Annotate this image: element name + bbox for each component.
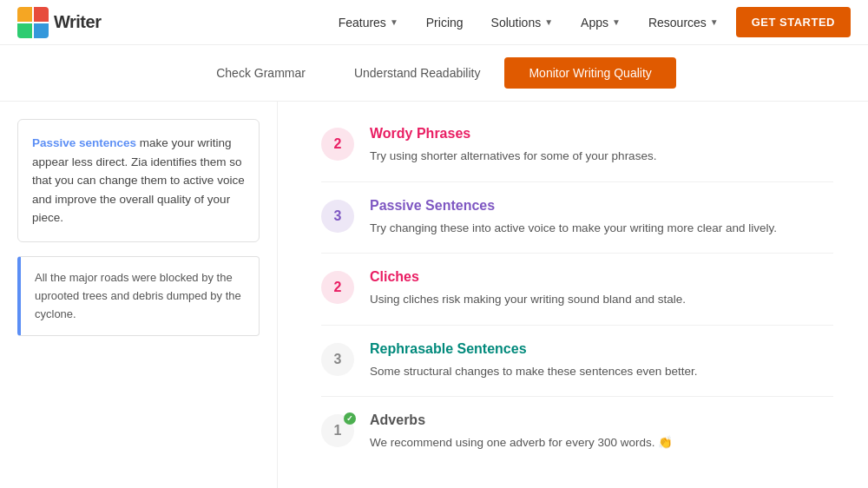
checkmark-icon: ✓: [344, 412, 356, 425]
list-item: 1 ✓ Adverbs We recommend using one adver…: [321, 397, 833, 468]
nav-right: Features ▼ Pricing Solutions ▼ Apps ▼ Re…: [328, 0, 851, 45]
tab-check-grammar[interactable]: Check Grammar: [192, 57, 330, 89]
item-title-rephrasable: Rephrasable Sentences: [370, 341, 833, 357]
item-content-wordy: Wordy Phrases Try using shorter alternat…: [370, 126, 833, 166]
badge-cliches: 2: [321, 271, 354, 304]
logo-q3: [17, 23, 32, 38]
item-desc-wordy: Try using shorter alternatives for some …: [370, 147, 833, 166]
badge-passive: 3: [321, 200, 354, 233]
item-content-passive: Passive Sentences Try changing these int…: [370, 198, 833, 238]
quote-text: All the major roads were blocked by the …: [35, 271, 241, 320]
passive-card: Passive sentences make your writing appe…: [17, 119, 260, 242]
item-desc-rephrasable: Some structural changes to make these se…: [370, 362, 833, 381]
badge-adverbs: 1 ✓: [321, 414, 354, 447]
nav-left: Writer: [17, 7, 101, 38]
main-layout: Passive sentences make your writing appe…: [0, 102, 868, 488]
zoho-logo[interactable]: Writer: [17, 7, 101, 38]
list-item: 3 Passive Sentences Try changing these i…: [321, 182, 833, 254]
logo-q4: [34, 23, 49, 38]
passive-card-text: make your writing appear less direct. Zi…: [32, 136, 245, 224]
item-desc-passive: Try changing these into active voice to …: [370, 219, 833, 238]
nav-resources[interactable]: Resources ▼: [638, 0, 729, 45]
right-panel: 2 Wordy Phrases Try using shorter altern…: [278, 102, 868, 488]
item-desc-cliches: Using cliches risk making your writing s…: [370, 290, 833, 309]
chevron-down-icon: ▼: [544, 17, 553, 27]
tab-monitor-writing[interactable]: Monitor Writing Quality: [504, 57, 675, 89]
list-item: 2 Wordy Phrases Try using shorter altern…: [321, 110, 833, 182]
chevron-down-icon: ▼: [710, 17, 719, 27]
nav-pricing[interactable]: Pricing: [416, 0, 474, 45]
badge-rephrasable: 3: [321, 343, 354, 376]
item-title-wordy: Wordy Phrases: [370, 126, 833, 142]
item-title-cliches: Cliches: [370, 269, 833, 285]
item-title-passive: Passive Sentences: [370, 198, 833, 214]
nav-solutions[interactable]: Solutions ▼: [481, 0, 564, 45]
nav-apps[interactable]: Apps ▼: [570, 0, 631, 45]
passive-highlight: Passive sentences: [32, 136, 136, 149]
navbar: Writer Features ▼ Pricing Solutions ▼ Ap…: [0, 0, 868, 45]
item-desc-adverbs: We recommend using one adverb for every …: [370, 433, 833, 452]
chevron-down-icon: ▼: [612, 17, 621, 27]
left-panel: Passive sentences make your writing appe…: [0, 102, 278, 488]
item-content-cliches: Cliches Using cliches risk making your w…: [370, 269, 833, 309]
list-item: 2 Cliches Using cliches risk making your…: [321, 254, 833, 326]
badge-wordy: 2: [321, 128, 354, 161]
list-item: 3 Rephrasable Sentences Some structural …: [321, 326, 833, 398]
quote-card: All the major roads were blocked by the …: [17, 256, 260, 336]
tab-understand-readability[interactable]: Understand Readability: [330, 57, 505, 89]
nav-features[interactable]: Features ▼: [328, 0, 409, 45]
brand-name: Writer: [54, 12, 101, 32]
tabs-bar: Check Grammar Understand Readability Mon…: [0, 45, 868, 102]
logo-q2: [34, 7, 49, 22]
item-content-adverbs: Adverbs We recommend using one adverb fo…: [370, 412, 833, 452]
item-content-rephrasable: Rephrasable Sentences Some structural ch…: [370, 341, 833, 381]
logo-q1: [17, 7, 32, 22]
get-started-button[interactable]: GET STARTED: [736, 7, 851, 37]
item-title-adverbs: Adverbs: [370, 412, 833, 428]
zoho-logo-box: [17, 7, 49, 38]
chevron-down-icon: ▼: [390, 17, 398, 27]
